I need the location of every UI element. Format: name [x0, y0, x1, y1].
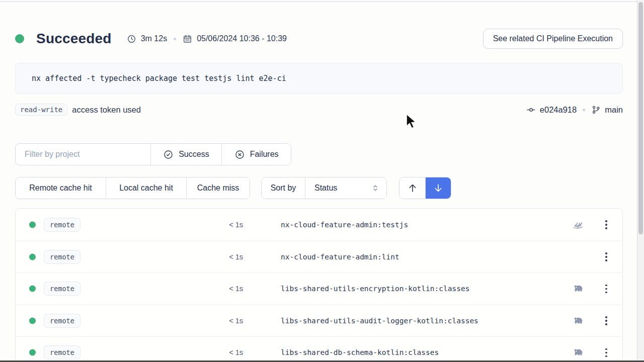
sort-by-label: Sort by — [262, 177, 305, 199]
gradle-icon — [572, 315, 584, 327]
x-circle-icon — [234, 149, 245, 160]
task-row[interactable]: remote < 1s libs-shared-utils-audit-logg… — [16, 305, 622, 337]
cache-badge: remote — [44, 282, 80, 296]
arrow-down-icon — [433, 183, 444, 194]
cache-badge: remote — [44, 345, 80, 359]
filter-failures-button[interactable]: Failures — [221, 144, 291, 165]
task-row[interactable]: remote < 1s nx-cloud-feature-admin:lint — [16, 241, 622, 273]
cache-badge: remote — [44, 218, 80, 232]
meta-separator-dot — [174, 38, 176, 40]
run-command-box: nx affected -t typecheck package test te… — [15, 63, 623, 94]
sort-selected-value: Status — [314, 184, 337, 193]
run-header: Succeeded 3m 12s 05/06/2024 10:36 - 10:3… — [15, 28, 623, 50]
git-branch-icon — [591, 105, 601, 115]
task-kebab-menu-button[interactable] — [601, 251, 611, 263]
task-success-dot — [29, 286, 36, 292]
task-name: libs-shared-db-schema-kotlin:classes — [281, 348, 439, 356]
task-row[interactable]: remote < 1s nx-cloud-feature-admin:testj… — [16, 209, 622, 241]
task-name: nx-cloud-feature-admin:testjs — [281, 221, 408, 229]
task-filter-group: Success Failures — [15, 143, 291, 165]
run-command-text: nx affected -t typecheck package test te… — [32, 74, 286, 83]
task-name: libs-shared-utils-encryption-kotlin:clas… — [281, 285, 469, 293]
vcs-meta: e024a918 main — [526, 105, 623, 115]
run-detail-page: Succeeded 3m 12s 05/06/2024 10:36 - 10:3… — [0, 28, 644, 362]
filter-failures-label: Failures — [250, 150, 279, 159]
local-cache-hit-button[interactable]: Local cache hit — [106, 177, 186, 199]
access-token-label: access token used — [72, 105, 141, 115]
task-row[interactable]: remote < 1s libs-shared-utils-encryption… — [16, 273, 622, 305]
commit-hash: e024a918 — [540, 105, 577, 115]
flaky-chart-icon — [572, 219, 584, 231]
cache-badge: remote — [44, 314, 80, 328]
run-date-range: 05/06/2024 10:36 - 10:39 — [197, 34, 287, 43]
clock-icon — [127, 34, 136, 44]
task-duration: < 1s — [213, 285, 243, 293]
task-kebab-menu-button[interactable] — [601, 283, 611, 295]
page-top-border — [0, 1, 637, 2]
task-success-dot — [29, 349, 36, 356]
calendar-icon — [183, 34, 192, 44]
page-title: Succeeded — [36, 31, 112, 47]
branch-name: main — [605, 105, 623, 115]
task-success-dot — [29, 253, 36, 260]
cache-filter-group: Remote cache hit Local cache hit Cache m… — [15, 177, 250, 199]
sort-direction-group — [399, 177, 451, 199]
remote-cache-hit-button[interactable]: Remote cache hit — [16, 177, 106, 199]
vertical-scrollbar[interactable] — [637, 0, 644, 362]
task-kebab-menu-button[interactable] — [601, 346, 611, 358]
sort-ascending-button[interactable] — [399, 177, 425, 199]
run-duration: 3m 12s — [141, 34, 167, 43]
task-list: remote < 1s nx-cloud-feature-admin:testj… — [15, 208, 623, 362]
commit-icon — [526, 105, 536, 115]
status-success-dot — [15, 34, 24, 43]
task-kebab-menu-button[interactable] — [601, 315, 611, 327]
sort-group: Sort by Status — [261, 177, 387, 199]
run-meta: 3m 12s 05/06/2024 10:36 - 10:39 — [127, 34, 287, 44]
see-related-ci-pipeline-button[interactable]: See related CI Pipeline Execution — [483, 29, 623, 49]
task-success-dot — [29, 221, 36, 228]
sort-select[interactable]: Status — [305, 177, 386, 199]
task-row[interactable]: remote < 1s libs-shared-db-schema-kotlin… — [16, 336, 622, 362]
task-duration: < 1s — [213, 348, 243, 356]
select-chevrons-icon — [371, 184, 379, 192]
sort-descending-button[interactable] — [425, 177, 451, 199]
task-name: nx-cloud-feature-admin:lint — [281, 253, 399, 261]
task-name: libs-shared-utils-audit-logger-kotlin:cl… — [281, 317, 478, 325]
gradle-icon — [572, 346, 584, 358]
check-circle-icon — [163, 149, 174, 160]
cache-badge: remote — [44, 250, 80, 264]
cache-sort-controls: Remote cache hit Local cache hit Cache m… — [15, 177, 623, 199]
task-success-dot — [29, 317, 36, 324]
task-kebab-menu-button[interactable] — [601, 219, 611, 231]
task-duration: < 1s — [213, 317, 243, 325]
token-row: read-write access token used e024a918 ma… — [15, 103, 623, 117]
scrollbar-thumb[interactable] — [638, 2, 643, 234]
task-duration: < 1s — [213, 253, 243, 261]
cache-miss-button[interactable]: Cache miss — [186, 177, 250, 199]
vcs-separator-dot — [583, 109, 585, 111]
filter-success-label: Success — [179, 150, 209, 159]
filter-success-button[interactable]: Success — [150, 144, 222, 165]
arrow-up-icon — [407, 183, 418, 194]
access-token-badge: read-write — [15, 104, 67, 116]
filter-by-project-input[interactable] — [16, 144, 150, 165]
task-duration: < 1s — [213, 221, 243, 229]
gradle-icon — [572, 283, 584, 295]
